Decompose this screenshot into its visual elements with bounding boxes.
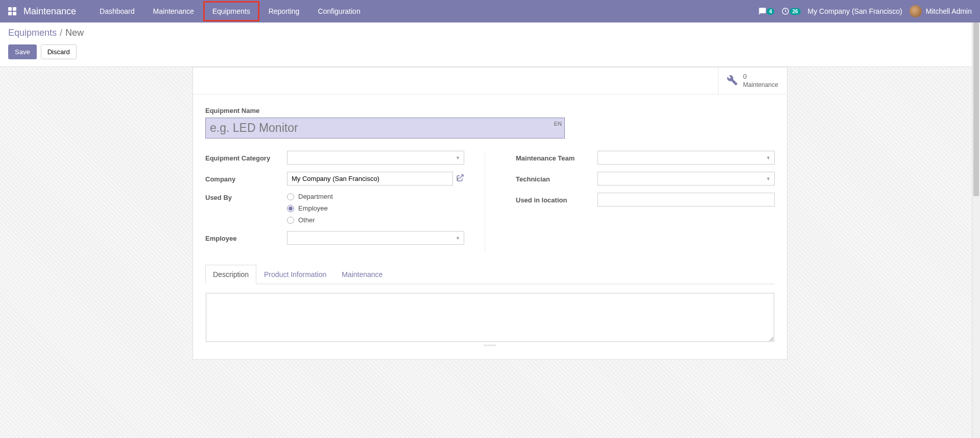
- used-by-radio-group: Department Employee Other: [287, 193, 464, 224]
- tab-product-information[interactable]: Product Information: [256, 265, 334, 284]
- used-in-location-input[interactable]: [597, 193, 775, 206]
- app-title[interactable]: Maintenance: [23, 6, 76, 17]
- language-badge[interactable]: EN: [554, 121, 562, 127]
- used-by-radio-other[interactable]: Other: [287, 216, 464, 224]
- external-link-icon[interactable]: [456, 174, 464, 183]
- messages-button[interactable]: 4: [758, 7, 775, 15]
- form-left-column: Equipment Category ▼ Company: [205, 151, 485, 252]
- nav-menu: Dashboard Maintenance Equipments Reporti…: [90, 1, 370, 21]
- form-right-column: Maintenance Team ▼ Technician: [516, 151, 775, 252]
- control-panel: Equipments / New Save Discard: [0, 22, 980, 67]
- activities-button[interactable]: 26: [781, 7, 800, 15]
- maintenance-team-input[interactable]: [597, 151, 775, 165]
- radio-icon: [287, 217, 294, 224]
- used-by-radio-department[interactable]: Department: [287, 193, 464, 200]
- radio-label: Employee: [298, 204, 328, 212]
- tab-maintenance[interactable]: Maintenance: [334, 265, 390, 284]
- used-by-label: Used By: [205, 193, 287, 201]
- nav-item-reporting[interactable]: Reporting: [259, 1, 309, 21]
- scrollbar-thumb[interactable]: [973, 22, 979, 196]
- company-input[interactable]: [287, 172, 453, 186]
- nav-item-configuration[interactable]: Configuration: [308, 1, 369, 21]
- description-textarea[interactable]: [206, 293, 774, 342]
- breadcrumb-current: New: [65, 28, 84, 38]
- equipment-category-label: Equipment Category: [205, 153, 287, 162]
- nav-item-dashboard[interactable]: Dashboard: [90, 1, 144, 21]
- used-in-location-label: Used in location: [516, 195, 597, 204]
- radio-icon: [287, 193, 294, 200]
- radio-label: Other: [298, 216, 315, 224]
- company-label: Company: [205, 174, 287, 183]
- comment-icon: [758, 7, 767, 15]
- save-button[interactable]: Save: [8, 44, 37, 59]
- employee-input[interactable]: [287, 231, 464, 245]
- nav-item-maintenance[interactable]: Maintenance: [144, 1, 203, 21]
- discard-button[interactable]: Discard: [41, 44, 77, 59]
- employee-label: Employee: [205, 234, 287, 242]
- clock-icon: [781, 7, 790, 15]
- breadcrumb-separator: /: [60, 28, 62, 38]
- apps-icon[interactable]: [8, 7, 16, 15]
- username: Mitchell Admin: [926, 7, 972, 15]
- used-by-radio-employee[interactable]: Employee: [287, 204, 464, 212]
- stat-count: 0: [743, 73, 778, 81]
- tab-content-description: ═══: [205, 284, 775, 347]
- maintenance-team-label: Maintenance Team: [516, 153, 597, 162]
- radio-icon: [287, 205, 294, 212]
- nav-item-equipments[interactable]: Equipments: [203, 1, 259, 21]
- form-sheet: 0 Maintenance Equipment Name EN Equipmen…: [193, 67, 787, 360]
- company-switcher[interactable]: My Company (San Francisco): [808, 7, 902, 15]
- main-navbar: Maintenance Dashboard Maintenance Equipm…: [0, 0, 980, 22]
- equipment-category-input[interactable]: [287, 151, 464, 165]
- stat-label: Maintenance: [743, 81, 778, 89]
- equipment-name-input[interactable]: [205, 118, 565, 139]
- radio-label: Department: [298, 193, 333, 200]
- scrollbar[interactable]: [972, 22, 980, 438]
- resizer-handle[interactable]: ═══: [206, 343, 774, 347]
- svg-line-1: [460, 175, 463, 178]
- equipment-name-label: Equipment Name: [205, 107, 775, 114]
- stat-button-bar: 0 Maintenance: [193, 67, 787, 95]
- technician-input[interactable]: [597, 172, 775, 186]
- avatar: [910, 5, 922, 17]
- breadcrumb: Equipments / New: [8, 28, 972, 38]
- notebook-tabs: Description Product Information Maintena…: [205, 264, 775, 284]
- wrench-icon: [727, 75, 738, 87]
- tab-description[interactable]: Description: [205, 265, 256, 284]
- maintenance-stat-button[interactable]: 0 Maintenance: [718, 67, 787, 94]
- activities-count: 26: [790, 8, 800, 15]
- user-menu[interactable]: Mitchell Admin: [910, 5, 972, 17]
- breadcrumb-parent[interactable]: Equipments: [8, 28, 57, 38]
- main-content: 0 Maintenance Equipment Name EN Equipmen…: [0, 67, 980, 438]
- messages-count: 4: [767, 8, 775, 15]
- technician-label: Technician: [516, 174, 597, 183]
